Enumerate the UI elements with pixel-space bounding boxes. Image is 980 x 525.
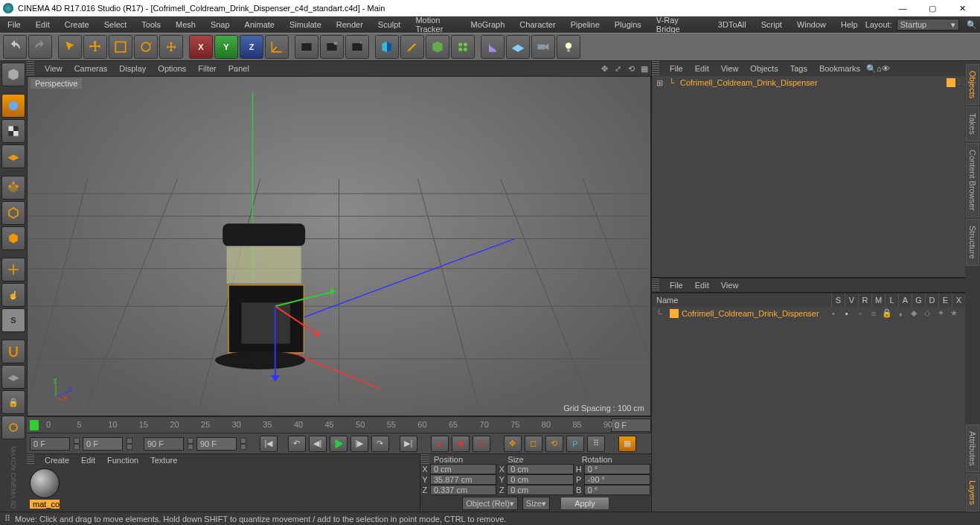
y-axis-lock[interactable]: Y: [214, 35, 238, 59]
rot-h-field[interactable]: 0 °: [584, 464, 650, 474]
lmenu-view[interactable]: View: [715, 281, 745, 290]
col-e[interactable]: E: [938, 293, 952, 307]
menu-file[interactable]: File: [0, 16, 28, 33]
close-button[interactable]: ✕: [947, 0, 977, 16]
menu-help[interactable]: Help: [833, 16, 865, 33]
add-floor[interactable]: [506, 35, 530, 59]
pos-z-field[interactable]: 0.337 cm: [430, 485, 496, 495]
vp-pan-icon[interactable]: ✥: [598, 63, 610, 74]
matmenu-function[interactable]: Function: [101, 456, 144, 465]
col-name[interactable]: Name: [652, 293, 831, 307]
next-key-button[interactable]: ↷: [371, 436, 389, 452]
range-start-field[interactable]: 0 F: [30, 437, 70, 451]
menu-edit[interactable]: Edit: [28, 16, 57, 33]
omenu-file[interactable]: File: [664, 64, 689, 73]
grip-icon[interactable]: [652, 61, 659, 76]
spinner-icon[interactable]: [126, 438, 132, 450]
playhead-icon[interactable]: [30, 420, 39, 430]
snap-toggle[interactable]: S: [1, 308, 25, 332]
eye-icon[interactable]: 👁: [882, 64, 890, 73]
matmenu-create[interactable]: Create: [39, 456, 75, 465]
workplane-icon[interactable]: [1, 365, 25, 389]
tab-content-browser[interactable]: Content Browser: [966, 143, 979, 217]
menu-script[interactable]: Script: [754, 16, 790, 33]
tag-icon[interactable]: [947, 78, 955, 87]
menu-tools[interactable]: Tools: [134, 16, 168, 33]
size-z-field[interactable]: 0 cm: [507, 485, 573, 495]
menu-motiontracker[interactable]: Motion Tracker: [408, 16, 463, 33]
menu-sculpt[interactable]: Sculpt: [371, 16, 409, 33]
redo-button[interactable]: [28, 35, 52, 59]
omenu-edit[interactable]: Edit: [689, 64, 715, 73]
pos-x-field[interactable]: 0 cm: [430, 464, 496, 474]
col-a[interactable]: A: [898, 293, 912, 307]
menu-3dtoall[interactable]: 3DToAll: [711, 16, 754, 33]
maximize-button[interactable]: ▢: [917, 0, 947, 16]
last-tool[interactable]: [159, 35, 183, 59]
vmenu-filter[interactable]: Filter: [192, 64, 222, 73]
tab-layers[interactable]: Layers: [966, 474, 979, 512]
edge-mode[interactable]: [1, 201, 25, 225]
misc-icon[interactable]: [1, 416, 25, 439]
grip-icon[interactable]: [27, 61, 34, 76]
omenu-tags[interactable]: Tags: [784, 64, 813, 73]
layout-selector[interactable]: Startup▾: [897, 19, 959, 31]
rot-p-field[interactable]: -90 °: [584, 474, 650, 485]
vmenu-display[interactable]: Display: [113, 64, 152, 73]
material-item[interactable]: mat_col: [30, 468, 60, 509]
add-pen[interactable]: [400, 35, 424, 59]
viewport-solo[interactable]: ☝: [1, 283, 25, 307]
viewport[interactable]: Perspective: [27, 76, 651, 416]
tab-takes[interactable]: Takes: [966, 106, 979, 141]
timeline-window-button[interactable]: ▦: [618, 436, 636, 452]
rotate-tool[interactable]: [134, 35, 158, 59]
home-icon[interactable]: ⌂: [877, 64, 882, 73]
add-cube[interactable]: [375, 35, 399, 59]
move-tool[interactable]: [83, 35, 107, 59]
point-mode[interactable]: [1, 176, 25, 200]
col-l[interactable]: L: [885, 293, 898, 307]
object-tree[interactable]: ⊞ └ Cofrimell_Coldream_Drink_Dispenser ∶: [652, 76, 965, 277]
menu-window[interactable]: Window: [790, 16, 833, 33]
vmenu-cameras[interactable]: Cameras: [68, 64, 114, 73]
add-light[interactable]: [557, 35, 580, 59]
next-frame-button[interactable]: |▶: [350, 436, 368, 452]
col-v[interactable]: V: [845, 293, 858, 307]
material-name[interactable]: mat_col: [30, 500, 60, 509]
vp-layout-icon[interactable]: ▦: [638, 63, 650, 74]
rot-b-field[interactable]: 0 °: [584, 485, 650, 495]
tab-objects[interactable]: Objects: [966, 64, 979, 105]
expand-icon[interactable]: ⊞: [656, 78, 664, 88]
layer-row[interactable]: └ Cofrimell_Coldream_Drink_Dispenser • ▪…: [652, 307, 965, 319]
render-pv[interactable]: [320, 35, 344, 59]
minimize-button[interactable]: —: [888, 0, 917, 16]
size-y-field[interactable]: 0 cm: [507, 474, 573, 485]
vp-orbit-icon[interactable]: ⟲: [625, 63, 637, 74]
menu-character[interactable]: Character: [512, 16, 563, 33]
key-pos-button[interactable]: ✥: [504, 436, 522, 452]
col-s[interactable]: S: [831, 293, 845, 307]
record-button[interactable]: ●: [431, 436, 449, 452]
tab-attributes[interactable]: Attributes: [966, 424, 979, 472]
spinner-icon[interactable]: [74, 438, 80, 450]
vmenu-panel[interactable]: Panel: [222, 64, 255, 73]
keyselection-button[interactable]: ◎: [473, 436, 490, 452]
axis-mode[interactable]: [1, 258, 25, 281]
key-pla-button[interactable]: ⠿: [587, 436, 605, 452]
omenu-objects[interactable]: Objects: [744, 64, 784, 73]
col-x[interactable]: X: [952, 293, 965, 307]
matmenu-texture[interactable]: Texture: [144, 456, 183, 465]
make-editable[interactable]: [1, 63, 25, 86]
object-name[interactable]: Cofrimell_Coldream_Drink_Dispenser: [680, 78, 818, 87]
menu-mograph[interactable]: MoGraph: [463, 16, 512, 33]
search-icon[interactable]: 🔍: [967, 19, 977, 30]
grip-icon[interactable]: [27, 454, 34, 465]
vmenu-view[interactable]: View: [39, 64, 68, 73]
preview-end-field[interactable]: 90 F: [196, 437, 237, 451]
key-rot-button[interactable]: ⟲: [545, 436, 563, 452]
menu-simulate[interactable]: Simulate: [282, 16, 329, 33]
spinner-icon[interactable]: [240, 438, 246, 450]
scale-tool[interactable]: [109, 35, 132, 59]
key-param-button[interactable]: P: [566, 436, 584, 452]
undo-button[interactable]: [3, 35, 27, 59]
